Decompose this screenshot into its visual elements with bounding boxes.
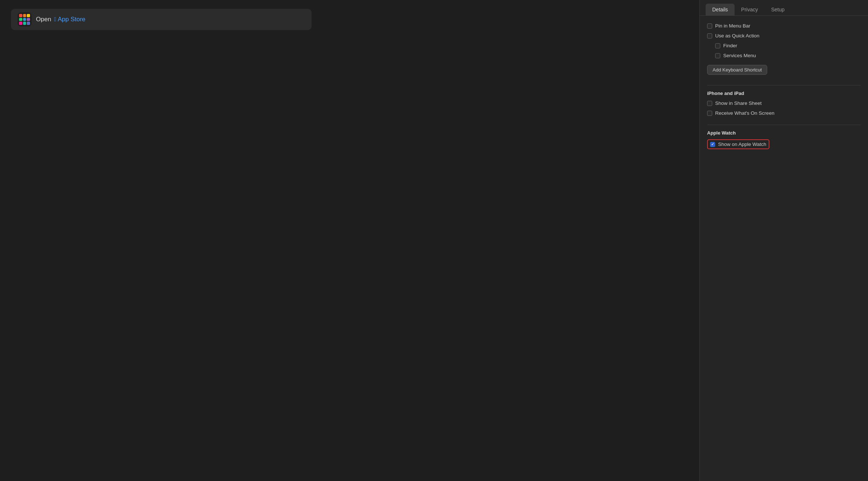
icon-dot-7 [19,22,22,25]
whats-on-screen-row: Receive What's On Screen [707,110,861,117]
services-menu-row: Services Menu [707,52,861,59]
icon-dot-1 [19,14,22,17]
show-on-watch-label: Show on Apple Watch [718,142,766,147]
icon-dot-6 [27,18,30,21]
pin-menu-bar-checkbox[interactable] [707,23,712,29]
divider-2 [707,125,861,125]
tab-privacy[interactable]: Privacy [735,4,765,15]
icon-dot-4 [19,18,22,21]
icon-dot-5 [23,18,26,21]
divider-1 [707,85,861,85]
share-sheet-label: Show in Share Sheet [715,100,762,106]
icon-dot-3 [27,14,30,17]
tab-details[interactable]: Details [706,4,735,15]
iphone-ipad-section: iPhone and iPad Show in Share Sheet Rece… [707,91,861,117]
icon-dot-8 [23,22,26,25]
open-label: Open [36,16,51,23]
pin-menu-bar-label: Pin in Menu Bar [715,23,750,29]
icon-dot-9 [27,22,30,25]
quick-action-checkbox[interactable] [707,33,712,38]
show-on-watch-checkbox[interactable] [710,142,715,147]
show-on-watch-highlighted-row: Show on Apple Watch [707,139,769,149]
services-menu-label: Services Menu [723,53,756,58]
tab-setup[interactable]: Setup [765,4,791,15]
services-menu-checkbox[interactable] [715,53,720,58]
main-content: Open  App Store [0,0,699,481]
tab-bar: Details Privacy Setup [700,0,868,16]
app-store-icon:  [54,16,56,23]
pin-menu-bar-row: Pin in Menu Bar [707,22,861,29]
action-bar: Open  App Store [11,9,312,30]
app-icon [18,12,32,26]
icon-dot-2 [23,14,26,17]
whats-on-screen-label: Receive What's On Screen [715,110,775,116]
quick-action-row: Use as Quick Action [707,32,861,39]
iphone-ipad-section-label: iPhone and iPad [707,91,861,96]
finder-label: Finder [723,43,737,48]
finder-checkbox[interactable] [715,43,720,48]
whats-on-screen-checkbox[interactable] [707,111,712,116]
finder-row: Finder [707,42,861,49]
sidebar: Details Privacy Setup Pin in Menu Bar Us… [699,0,868,481]
apple-watch-section-label: Apple Watch [707,130,861,136]
general-section: Pin in Menu Bar Use as Quick Action Find… [707,22,861,77]
share-sheet-checkbox[interactable] [707,101,712,106]
sidebar-content: Pin in Menu Bar Use as Quick Action Find… [700,16,868,481]
app-store-link[interactable]: App Store [58,16,85,23]
add-keyboard-shortcut-button[interactable]: Add Keyboard Shortcut [707,65,767,75]
share-sheet-row: Show in Share Sheet [707,100,861,107]
apple-watch-section: Apple Watch Show on Apple Watch [707,130,861,149]
quick-action-label: Use as Quick Action [715,33,760,38]
